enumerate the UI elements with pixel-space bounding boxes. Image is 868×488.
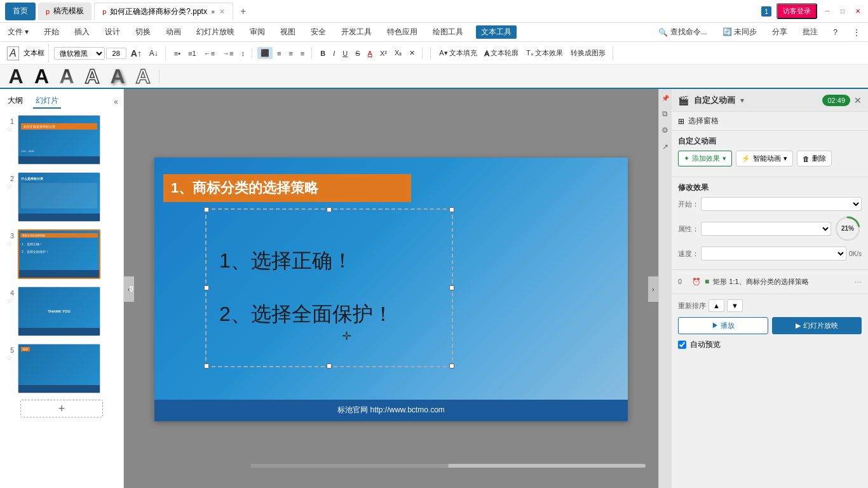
rsi-pin-icon[interactable]: 📌 [661,94,668,102]
slide-thumb-3[interactable]: 商标分类的选择策略 1、选择正确！ 2、选择全面保护！ [18,229,100,279]
speed-select[interactable] [701,247,846,261]
font-style-bold[interactable]: A [29,65,53,88]
slide-item-3[interactable]: 3 ☆ 商标分类的选择策略 1、选择正确！ 2、选择全面保护！ [3,228,121,280]
maximize-button[interactable]: □ [837,6,848,17]
font-style-shadow[interactable]: A [105,65,130,88]
italic-btn[interactable]: I [330,48,338,59]
indent-less[interactable]: ←≡ [201,48,218,59]
slide-thumb-2[interactable]: 什么是商标分类 [18,172,100,222]
reorder-up-button[interactable]: ▲ [709,299,724,312]
smart-animation-button[interactable]: ⚡ 智能动画 ▾ [736,151,793,166]
search-command[interactable]: 🔍查找命令... [656,25,710,39]
file-close-icon[interactable]: ✕ [219,8,225,16]
start-select[interactable] [701,197,862,211]
slide-star-4[interactable]: ☆ [5,297,14,305]
font-style-gradient[interactable]: A [55,65,79,88]
panel-close-icon[interactable]: ✕ [854,95,862,105]
user-login-button[interactable]: 访客登录 [776,3,817,19]
property-select[interactable] [701,222,831,236]
collapse-panel-icon[interactable]: « [114,97,118,106]
h-scroll-thumb[interactable] [251,464,449,468]
text-outline-btn[interactable]: A 文本轮廓 [482,46,522,60]
prev-slide-button[interactable]: ‹ [124,276,134,302]
handle-middle-right[interactable] [449,285,454,290]
font-style-normal[interactable]: A [4,65,28,88]
auto-preview-checkbox[interactable] [678,341,686,349]
more-btn[interactable]: ⋮ [850,27,863,38]
align-right-btn[interactable]: ≡ [285,48,295,59]
slide-thumb-4[interactable]: THANK YOU [18,287,100,336]
align-justify-btn[interactable]: ≡ [297,48,308,59]
close-button[interactable]: ✕ [853,6,863,17]
tab-file[interactable]: p 如何正确选择商标分类?.pptx ● ✕ [94,3,233,20]
text-effect-btn[interactable]: Tₓ 文本效果 [523,46,566,60]
font-size-input[interactable] [106,48,126,59]
rsi-export-icon[interactable]: ↗ [662,142,668,151]
bold-btn[interactable]: B [317,48,329,59]
handle-top-left[interactable] [204,207,209,212]
tab-home[interactable]: 首页 [5,3,36,20]
menu-slideshow[interactable]: 幻灯片放映 [194,25,237,39]
anim-more-icon[interactable]: ··· [854,276,862,287]
menu-drawing[interactable]: 绘图工具 [430,25,466,39]
panel-dropdown-icon[interactable]: ▾ [740,96,744,105]
slide-star-2[interactable]: ☆ [5,182,14,191]
menu-review[interactable]: 审阅 [247,25,268,39]
font-style-outline[interactable]: A [80,65,104,88]
text-box-button[interactable]: A [4,44,22,62]
slide-star-3[interactable]: ☆ [5,240,14,248]
tab-template[interactable]: p 稿壳模板 [38,3,92,20]
font-size-decrease[interactable]: A↓ [146,47,161,60]
menu-features[interactable]: 特色应用 [384,25,420,39]
clear-format-btn[interactable]: ✕ [406,47,418,59]
menu-switch[interactable]: 切换 [133,25,153,39]
sync-btn[interactable]: 🔄 未同步 [720,25,759,39]
menu-design[interactable]: 设计 [102,25,123,39]
slide-item-4[interactable]: 4 ☆ THANK YOU [3,285,121,337]
list-number[interactable]: ≡1 [185,48,200,59]
subscript-btn[interactable]: X₂ [391,47,405,59]
handle-top-right[interactable] [449,207,454,212]
menu-security[interactable]: 安全 [308,25,329,39]
slide-item-1[interactable]: 1 ☆ 如何正确选择商标分类 主讲人：徐杯村 [3,114,121,166]
font-size-increase[interactable]: A↑ [128,46,145,60]
h-scrollbar[interactable] [251,463,646,469]
slide-thumb-5[interactable]: 教程 [18,344,100,393]
slideshow-button[interactable]: ▶ 幻灯片放映 [772,317,862,334]
reorder-down-button[interactable]: ▼ [727,299,743,312]
panel-tab-outline[interactable]: 大纲 [5,94,25,109]
text-fill-btn[interactable]: A▾ 文本填充 [436,46,480,60]
handle-bottom-right[interactable] [449,363,454,369]
menu-insert[interactable]: 插入 [72,25,92,39]
font-family-select[interactable]: 微软雅黑 [54,47,105,60]
new-tab-button[interactable]: + [236,4,251,19]
slide-item-2[interactable]: 2 ☆ 什么是商标分类 [3,171,121,223]
comments-btn[interactable]: 批注 [800,25,820,39]
convert-btn[interactable]: 转换成图形 [567,46,609,60]
font-color-btn[interactable]: A [365,48,376,59]
slide-thumb-1[interactable]: 如何正确选择商标分类 主讲人：徐杯村 [18,115,100,165]
indent-more[interactable]: →≡ [219,48,236,59]
slide-text-box[interactable]: 1、选择正确！ 2、选择全面保护！ [205,208,453,367]
align-center-btn[interactable]: ≡ [274,48,284,59]
menu-file[interactable]: 文件 ▾ [5,25,31,39]
smart-anim-dropdown[interactable]: ▾ [783,154,787,163]
delete-animation-button[interactable]: 🗑 删除 [797,151,832,166]
slide-star-5[interactable]: ☆ [5,354,14,362]
list-bullet[interactable]: ≡• [171,48,184,59]
menu-text[interactable]: 文本工具 [476,25,517,39]
share-btn[interactable]: 分享 [770,25,790,39]
menu-animation[interactable]: 动画 [163,25,184,39]
slide-star-1[interactable]: ☆ [5,125,14,133]
line-spacing[interactable]: ↕ [238,48,248,59]
panel-tab-slides[interactable]: 幻灯片 [33,94,61,109]
strikethrough-btn[interactable]: S [352,48,363,59]
add-effect-button[interactable]: ✦ 添加效果 ▾ [678,151,732,166]
help-btn[interactable]: ? [831,27,840,38]
handle-top-middle[interactable] [327,207,332,212]
slide-item-5[interactable]: 5 ☆ 教程 [3,342,121,395]
rsi-copy-icon[interactable]: ⧉ [662,109,668,118]
handle-middle-left[interactable] [204,285,209,290]
menu-dev[interactable]: 开发工具 [339,25,374,39]
next-slide-button[interactable]: › [648,276,658,302]
